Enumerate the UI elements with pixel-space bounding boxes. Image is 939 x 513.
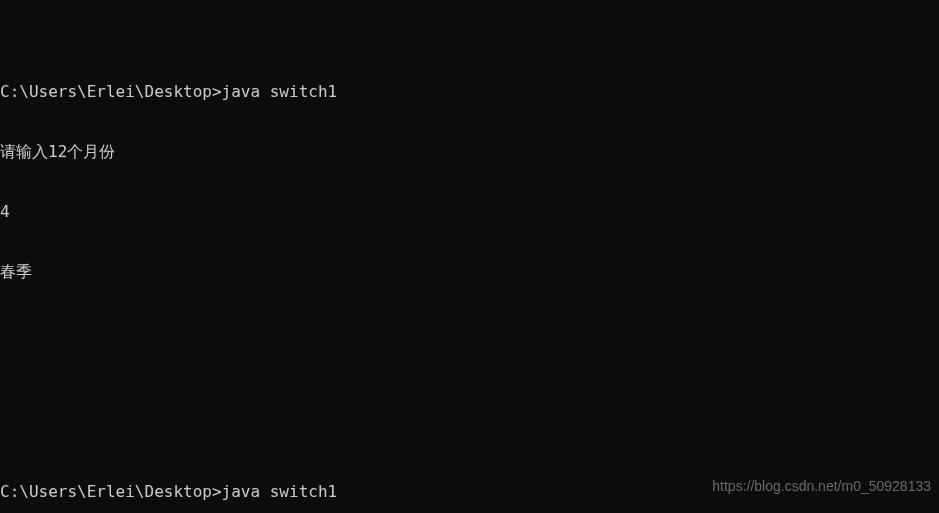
blank-line [0, 322, 939, 342]
program-output: 春季 [0, 262, 939, 282]
command-text: java switch1 [222, 82, 338, 101]
prompt-path: C:\Users\Erlei\Desktop> [0, 82, 222, 101]
terminal-output[interactable]: C:\Users\Erlei\Desktop>java switch1 请输入1… [0, 2, 939, 513]
command-line: C:\Users\Erlei\Desktop>java switch1 [0, 82, 939, 102]
user-input: 4 [0, 202, 939, 222]
command-text: java switch1 [222, 482, 338, 501]
prompt-path: C:\Users\Erlei\Desktop> [0, 482, 222, 501]
watermark-text: https://blog.csdn.net/m0_50928133 [712, 478, 931, 496]
program-prompt: 请输入12个月份 [0, 142, 939, 162]
terminal-run-block: C:\Users\Erlei\Desktop>java switch1 请输入1… [0, 42, 939, 382]
